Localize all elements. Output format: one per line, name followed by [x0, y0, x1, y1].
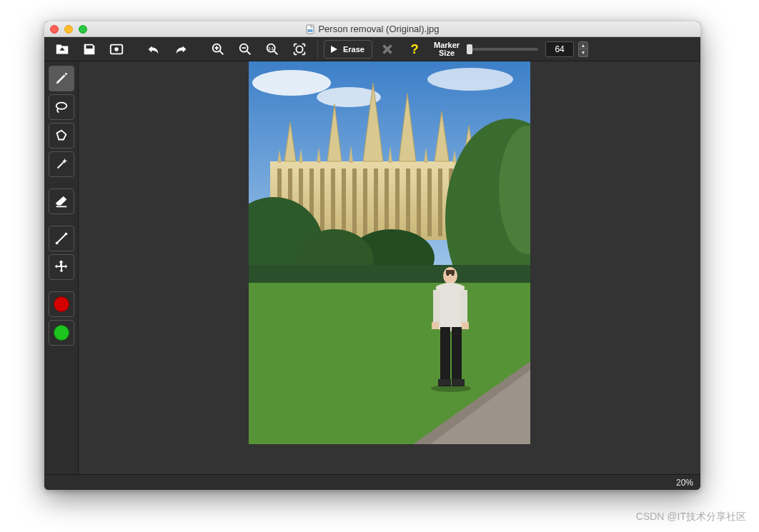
svg-rect-58 — [433, 290, 440, 326]
window-controls — [50, 25, 87, 34]
marker-icon — [54, 71, 69, 86]
svg-rect-63 — [452, 327, 462, 381]
open-icon — [54, 41, 70, 57]
polygon-icon — [54, 128, 69, 144]
svg-rect-62 — [440, 327, 450, 381]
titlebar: Person removal (Original).jpg — [44, 21, 700, 37]
svg-rect-57 — [452, 274, 454, 276]
svg-line-9 — [247, 51, 251, 54]
zoom-out-icon — [237, 41, 253, 57]
lasso-icon — [54, 99, 69, 115]
compare-icon — [109, 41, 124, 57]
compare-button[interactable] — [104, 39, 129, 59]
main-area — [44, 61, 700, 474]
separator — [317, 40, 318, 59]
svg-text:?: ? — [410, 41, 418, 56]
svg-rect-56 — [447, 274, 449, 276]
svg-rect-32 — [331, 169, 335, 236]
eraser-icon — [54, 194, 69, 209]
svg-rect-60 — [432, 322, 439, 329]
zoom-fit-button[interactable] — [287, 39, 312, 59]
redo-icon — [173, 41, 189, 57]
svg-rect-33 — [342, 169, 346, 236]
window-title: Person removal (Original).jpg — [44, 24, 700, 34]
svg-rect-34 — [352, 169, 357, 236]
color-red-tool[interactable] — [49, 291, 74, 317]
undo-button[interactable] — [142, 39, 166, 59]
close-window-button[interactable] — [50, 25, 59, 34]
top-toolbar: 1:1 Erase ? Marker Size 64 ▲ ▼ — [44, 37, 700, 61]
watermark: CSDN @IT技术分享社区 — [636, 511, 746, 523]
save-button[interactable] — [77, 39, 101, 59]
marker-size-slider[interactable] — [467, 44, 538, 54]
zoom-in-icon — [210, 41, 226, 57]
maximize-window-button[interactable] — [79, 25, 87, 34]
marker-tool[interactable] — [49, 66, 74, 91]
marker-size-value[interactable]: 64 — [545, 41, 574, 57]
move-icon — [54, 259, 69, 275]
red-color-icon — [54, 296, 69, 312]
svg-text:1:1: 1:1 — [268, 46, 274, 50]
magic-wand-icon — [54, 156, 69, 172]
save-icon — [81, 41, 97, 57]
help-icon: ? — [407, 41, 422, 57]
undo-icon — [146, 41, 162, 57]
svg-rect-1 — [308, 29, 313, 32]
zoom-level: 20% — [676, 478, 693, 488]
open-button[interactable] — [50, 39, 74, 59]
stepper-down[interactable]: ▼ — [578, 49, 588, 57]
minimize-window-button[interactable] — [64, 25, 73, 34]
zoom-in-button[interactable] — [206, 39, 230, 59]
svg-rect-38 — [395, 169, 400, 236]
svg-rect-59 — [460, 290, 467, 326]
window-title-text: Person removal (Original).jpg — [318, 24, 439, 34]
app-window: Person removal (Original).jpg 1:1 — [44, 21, 700, 490]
play-icon — [329, 44, 339, 54]
file-icon — [305, 24, 315, 34]
cancel-icon — [380, 41, 395, 57]
line-tool[interactable] — [49, 226, 74, 251]
svg-rect-61 — [462, 322, 469, 329]
svg-rect-41 — [427, 169, 432, 236]
help-button[interactable]: ? — [402, 39, 427, 59]
redo-button[interactable] — [169, 39, 193, 59]
svg-line-5 — [220, 51, 224, 54]
svg-point-25 — [427, 68, 513, 91]
svg-point-23 — [252, 70, 331, 96]
marker-size-label: Marker Size — [434, 41, 460, 57]
svg-line-17 — [57, 161, 64, 168]
svg-rect-36 — [374, 169, 378, 236]
zoom-actual-button[interactable]: 1:1 — [260, 39, 284, 59]
svg-line-21 — [57, 235, 65, 243]
lasso-tool[interactable] — [49, 94, 74, 120]
svg-point-66 — [431, 385, 471, 392]
svg-point-14 — [296, 46, 302, 52]
polygon-tool[interactable] — [49, 123, 74, 149]
stepper-up[interactable]: ▲ — [578, 41, 588, 49]
tool-sidebar — [44, 61, 79, 474]
svg-rect-40 — [417, 169, 421, 236]
svg-point-3 — [114, 47, 119, 51]
color-green-tool[interactable] — [49, 320, 74, 346]
cancel-button[interactable] — [375, 39, 400, 59]
line-icon — [54, 231, 69, 246]
svg-rect-0 — [307, 25, 314, 34]
move-tool[interactable] — [49, 254, 74, 280]
statusbar: 20% — [44, 474, 700, 490]
svg-rect-39 — [406, 169, 410, 236]
marker-size-stepper: ▲ ▼ — [578, 41, 588, 57]
zoom-actual-icon: 1:1 — [264, 41, 280, 57]
erase-button[interactable]: Erase — [324, 40, 372, 59]
svg-point-54 — [443, 267, 457, 284]
svg-rect-37 — [385, 169, 389, 236]
magic-wand-tool[interactable] — [49, 151, 74, 177]
svg-rect-42 — [438, 169, 442, 236]
zoom-out-button[interactable] — [233, 39, 257, 59]
erase-label: Erase — [343, 45, 364, 54]
svg-line-12 — [274, 51, 278, 54]
green-color-icon — [54, 325, 69, 341]
eraser-tool[interactable] — [49, 189, 74, 214]
zoom-fit-icon — [292, 41, 307, 57]
canvas[interactable] — [79, 61, 700, 474]
slider-thumb[interactable] — [467, 44, 472, 54]
